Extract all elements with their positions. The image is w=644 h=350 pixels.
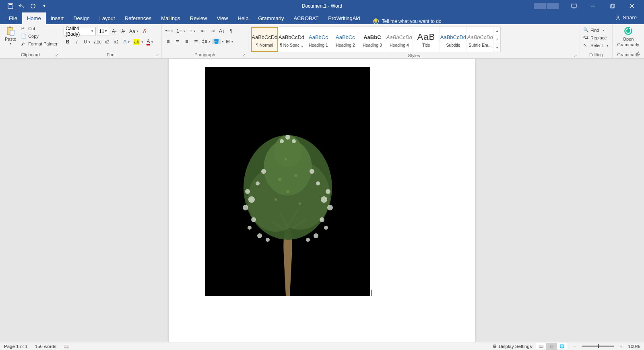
style-heading1[interactable]: AaBbCcHeading 1 [305, 27, 332, 52]
select-button[interactable]: ↖Select▼ [582, 42, 610, 49]
text-effects-button[interactable]: A▼ [122, 38, 132, 46]
multilevel-button[interactable]: ≡▼ [188, 27, 198, 35]
inserted-image[interactable]: contactus [205, 67, 370, 296]
align-right-button[interactable]: ≡ [183, 37, 191, 45]
svg-point-41 [299, 202, 301, 205]
group-clipboard: Paste ▼ ✂Cut 📄Copy 🖌Format Painter Clipb… [0, 24, 61, 58]
style-subtitle[interactable]: AaBbCcDdSubtitle [440, 27, 467, 52]
align-center-button[interactable]: ≣ [173, 37, 182, 45]
svg-point-31 [280, 139, 284, 143]
style-normal[interactable]: AaBbCcDd¶ Normal [251, 27, 278, 52]
shading-button[interactable]: 🪣▼ [213, 37, 223, 45]
font-launcher-icon[interactable]: ⤢ [156, 53, 159, 57]
zoom-thumb[interactable] [598, 344, 599, 348]
zoom-slider[interactable] [582, 346, 614, 347]
share-button[interactable]: Share [615, 14, 637, 21]
font-name-combo[interactable]: Calibri (Body)▼ [64, 27, 96, 35]
copy-button[interactable]: 📄Copy [20, 33, 58, 39]
chevron-down-icon: ▼ [9, 42, 12, 45]
tab-home[interactable]: Home [22, 12, 46, 24]
web-layout-button[interactable]: 🌐 [557, 343, 567, 350]
numbering-button[interactable]: 1≡▼ [176, 27, 186, 35]
minimize-icon[interactable] [585, 0, 601, 12]
style-no-spacing[interactable]: AaBbCcDd¶ No Spac... [278, 27, 305, 52]
bullets-button[interactable]: •≡▼ [164, 27, 175, 35]
decrease-indent-button[interactable]: ⇤ [199, 27, 207, 35]
tab-mailings[interactable]: Mailings [156, 12, 185, 24]
style-heading3[interactable]: AaBbCHeading 3 [359, 27, 386, 52]
document-page[interactable]: contactus [169, 59, 475, 342]
undo-icon[interactable] [19, 3, 25, 9]
shrink-font-button[interactable]: A▾ [120, 27, 128, 35]
increase-indent-button[interactable]: ⇥ [208, 27, 217, 35]
font-size-combo[interactable]: 11▼ [97, 27, 109, 35]
bold-button[interactable]: B [64, 38, 72, 46]
font-color-button[interactable]: A▼ [145, 38, 155, 46]
tab-references[interactable]: References [120, 12, 156, 24]
underline-button[interactable]: U▼ [82, 38, 93, 46]
styles-gallery[interactable]: AaBbCcDd¶ Normal AaBbCcDd¶ No Spac... Aa… [251, 27, 501, 52]
paste-button[interactable]: Paste ▼ [2, 25, 19, 46]
styles-launcher-icon[interactable]: ⤢ [574, 54, 577, 58]
scroll-down-icon[interactable]: ▾ [494, 35, 500, 44]
print-layout-button[interactable]: ▭ [546, 343, 557, 350]
maximize-icon[interactable] [605, 0, 621, 12]
save-icon[interactable] [7, 3, 14, 9]
tab-grammarly[interactable]: Grammarly [253, 12, 289, 24]
strikethrough-button[interactable]: abc [94, 38, 102, 46]
page-indicator[interactable]: Page 1 of 1 [4, 344, 28, 349]
word-count[interactable]: 156 words [35, 344, 56, 349]
qat-customize-icon[interactable]: ▼ [41, 3, 47, 9]
show-marks-button[interactable]: ¶ [227, 27, 235, 35]
tab-design[interactable]: Design [68, 12, 94, 24]
format-painter-button[interactable]: 🖌Format Painter [20, 41, 58, 47]
cut-button[interactable]: ✂Cut [20, 25, 58, 32]
tab-help[interactable]: Help [233, 12, 253, 24]
tell-me-search[interactable]: 💡 Tell me what you want to do [373, 19, 442, 24]
close-icon[interactable] [624, 0, 640, 12]
grow-font-button[interactable]: A▴ [110, 27, 118, 35]
style-heading4[interactable]: AaBbCcDdHeading 4 [386, 27, 413, 52]
read-mode-button[interactable]: 📖 [536, 343, 546, 350]
zoom-level[interactable]: 100% [628, 344, 640, 349]
clipboard-launcher-icon[interactable]: ⤢ [55, 53, 58, 57]
sort-button[interactable]: A↓ [218, 27, 226, 35]
styles-expand-icon[interactable]: ▾ [494, 43, 500, 52]
document-area[interactable]: contactus [0, 59, 644, 342]
ribbon-display-icon[interactable] [566, 0, 582, 12]
justify-button[interactable]: ≣ [192, 37, 200, 45]
replace-button[interactable]: ᵃ⇄Replace [582, 35, 610, 41]
zoom-in-button[interactable]: + [618, 343, 624, 349]
ribbon-tabs: File Home Insert Design Layout Reference… [0, 12, 644, 24]
tab-prowritingaid[interactable]: ProWritingAid [323, 12, 365, 24]
superscript-button[interactable]: x2 [112, 38, 120, 46]
tab-acrobat[interactable]: ACROBAT [289, 12, 323, 24]
display-settings-button[interactable]: 🖥Display Settings [492, 344, 532, 349]
highlight-button[interactable]: ab▼ [133, 38, 144, 46]
style-heading2[interactable]: AaBbCcHeading 2 [332, 27, 359, 52]
clear-formatting-button[interactable]: A̸ [140, 27, 149, 35]
tab-file[interactable]: File [4, 12, 22, 24]
tab-view[interactable]: View [212, 12, 233, 24]
tab-review[interactable]: Review [185, 12, 212, 24]
user-account-area[interactable] [534, 3, 559, 9]
style-title[interactable]: AaBTitle [413, 27, 440, 52]
redo-icon[interactable] [30, 3, 36, 9]
borders-button[interactable]: ⊞▼ [225, 37, 235, 45]
collapse-ribbon-icon[interactable]: ᐱ [637, 51, 640, 56]
subscript-button[interactable]: x2 [103, 38, 111, 46]
find-button[interactable]: 🔍Find▼ [582, 27, 610, 33]
italic-button[interactable]: I [73, 38, 81, 46]
tab-insert[interactable]: Insert [46, 12, 69, 24]
open-grammarly-button[interactable]: Open Grammarly [615, 25, 642, 48]
scroll-up-icon[interactable]: ▴ [494, 27, 500, 35]
zoom-out-button[interactable]: − [571, 343, 578, 349]
align-left-button[interactable]: ≡ [164, 37, 172, 45]
tab-layout[interactable]: Layout [95, 12, 120, 24]
spell-check-icon[interactable]: 📖 [64, 344, 69, 349]
style-subtle-emphasis[interactable]: AaBbCcDdSubtle Em... [467, 27, 494, 52]
change-case-button[interactable]: Aa▼ [129, 27, 139, 35]
line-spacing-button[interactable]: ‡≡▼ [201, 37, 212, 45]
paragraph-launcher-icon[interactable]: ⤢ [242, 53, 246, 57]
styles-scroll[interactable]: ▴▾▾ [494, 27, 500, 52]
